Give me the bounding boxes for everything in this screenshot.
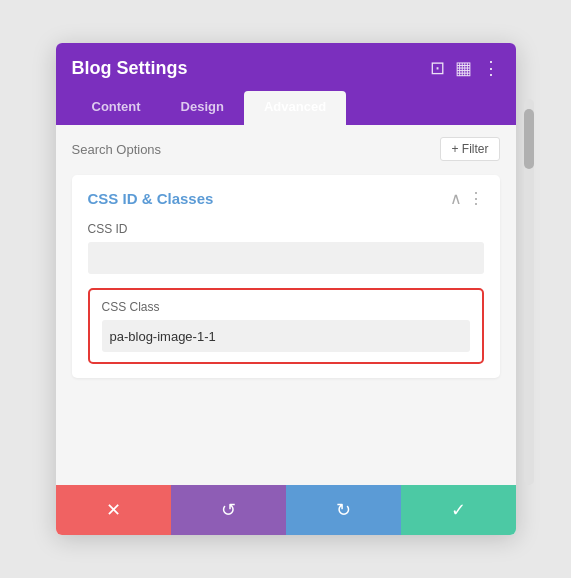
- section-header: CSS ID & Classes ∧ ⋮: [88, 189, 484, 208]
- blog-settings-panel: Blog Settings ⊡ ▦ ⋮ Content Design Advan…: [56, 43, 516, 535]
- css-class-label: CSS Class: [102, 300, 470, 314]
- tab-design[interactable]: Design: [161, 91, 244, 125]
- cancel-icon: ✕: [106, 499, 121, 521]
- save-icon: ✓: [451, 499, 466, 521]
- search-input[interactable]: [72, 138, 433, 161]
- css-id-classes-section: CSS ID & Classes ∧ ⋮ CSS ID CSS Class: [72, 175, 500, 378]
- cancel-button[interactable]: ✕: [56, 485, 171, 535]
- save-button[interactable]: ✓: [401, 485, 516, 535]
- expand-icon[interactable]: ⊡: [430, 57, 445, 79]
- section-title: CSS ID & Classes: [88, 190, 214, 207]
- tab-bar: Content Design Advanced: [72, 91, 500, 125]
- filter-button[interactable]: + Filter: [440, 137, 499, 161]
- tab-advanced[interactable]: Advanced: [244, 91, 346, 125]
- css-class-highlighted: CSS Class: [88, 288, 484, 364]
- search-filter-row: + Filter: [72, 137, 500, 161]
- section-actions: ∧ ⋮: [450, 189, 484, 208]
- more-icon[interactable]: ⋮: [482, 57, 500, 79]
- section-more-icon[interactable]: ⋮: [468, 189, 484, 208]
- panel-header: Blog Settings ⊡ ▦ ⋮ Content Design Advan…: [56, 43, 516, 125]
- header-icons: ⊡ ▦ ⋮: [430, 57, 500, 79]
- collapse-icon[interactable]: ∧: [450, 189, 462, 208]
- css-id-field-group: CSS ID: [88, 222, 484, 288]
- panel-title: Blog Settings: [72, 58, 188, 79]
- reset-icon: ↺: [221, 499, 236, 521]
- css-id-label: CSS ID: [88, 222, 484, 236]
- layout-icon[interactable]: ▦: [455, 57, 472, 79]
- tab-content[interactable]: Content: [72, 91, 161, 125]
- css-id-input[interactable]: [88, 242, 484, 274]
- reset-button[interactable]: ↺: [171, 485, 286, 535]
- panel-footer: ✕ ↺ ↻ ✓: [56, 485, 516, 535]
- redo-button[interactable]: ↻: [286, 485, 401, 535]
- scrollbar[interactable]: [524, 99, 534, 485]
- panel-body: + Filter CSS ID & Classes ∧ ⋮ CSS ID: [56, 125, 516, 485]
- redo-icon: ↻: [336, 499, 351, 521]
- css-class-input[interactable]: [102, 320, 470, 352]
